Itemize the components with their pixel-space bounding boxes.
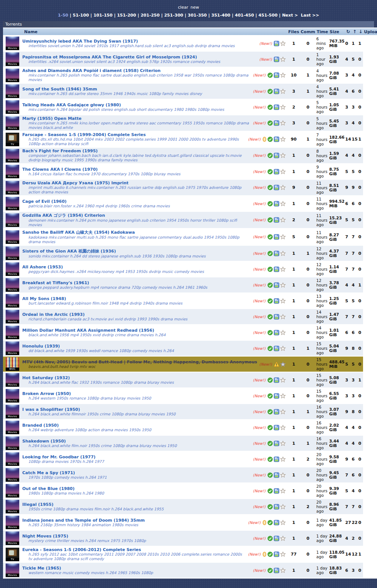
torrent-thumbnail[interactable]: Movies bbox=[6, 436, 19, 450]
page-link[interactable]: 451-500 bbox=[259, 13, 278, 18]
bookmark-star-icon[interactable] bbox=[280, 504, 286, 510]
bookmark-star-icon[interactable] bbox=[280, 57, 286, 62]
page-link[interactable]: 301-350 bbox=[188, 13, 207, 18]
torrent-thumbnail[interactable]: Movies bbox=[6, 516, 19, 529]
torrent-thumbnail[interactable]: Movies bbox=[6, 37, 19, 50]
bookmark-star-icon[interactable] bbox=[280, 568, 286, 573]
save-torrent-icon[interactable] bbox=[274, 104, 279, 110]
torrent-thumbnail[interactable]: Movies bbox=[6, 310, 19, 323]
column-header-comments[interactable]: Comm bbox=[300, 28, 316, 35]
save-torrent-icon[interactable] bbox=[274, 393, 279, 399]
save-torrent-icon[interactable] bbox=[274, 72, 279, 78]
torrent-thumbnail[interactable]: WOC bbox=[6, 357, 19, 371]
torrent-thumbnail[interactable]: Movies bbox=[6, 52, 19, 66]
bookmark-star-icon[interactable] bbox=[280, 282, 286, 288]
torrent-thumbnail[interactable]: Movies bbox=[6, 468, 19, 482]
bookmark-star-icon[interactable] bbox=[280, 488, 286, 494]
torrent-thumbnail[interactable]: Movies bbox=[6, 230, 19, 244]
next-page-link[interactable]: Next > bbox=[282, 13, 298, 18]
bookmark-star-icon[interactable] bbox=[280, 217, 286, 223]
torrent-thumbnail[interactable]: Movies bbox=[6, 326, 19, 339]
torrent-thumbnail[interactable]: Movies bbox=[6, 247, 19, 260]
save-torrent-icon[interactable] bbox=[274, 346, 279, 351]
torrent-title-link[interactable]: Out of the Blue (1980) bbox=[22, 486, 251, 491]
column-header-time[interactable]: Time bbox=[316, 28, 329, 35]
torrent-thumbnail[interactable]: TV bbox=[6, 548, 19, 561]
bookmark-star-icon[interactable] bbox=[280, 551, 286, 557]
bookmark-star-icon[interactable] bbox=[280, 201, 286, 207]
torrent-thumbnail[interactable]: Movies bbox=[6, 278, 19, 292]
torrent-thumbnail[interactable]: Movies bbox=[6, 564, 19, 577]
torrent-title-link[interactable]: Sisters of the Gion AKA 祇園の姉妹 (1936) bbox=[22, 248, 251, 254]
torrent-thumbnail[interactable]: Movies bbox=[6, 197, 19, 210]
save-torrent-icon[interactable] bbox=[274, 330, 279, 335]
save-torrent-icon[interactable] bbox=[274, 136, 279, 142]
bookmark-star-icon[interactable] bbox=[280, 472, 286, 478]
torrent-title-link[interactable]: Tickle Me (1965) bbox=[22, 566, 251, 571]
column-header-name[interactable]: Name bbox=[3, 28, 287, 35]
column-header-uploader[interactable]: Uploader bbox=[363, 28, 377, 35]
torrent-title-link[interactable]: Night Moves (1975) bbox=[22, 534, 251, 539]
page-link[interactable]: 51-100 bbox=[73, 13, 89, 18]
bookmark-star-icon[interactable] bbox=[280, 409, 286, 415]
torrent-thumbnail[interactable]: Movies bbox=[6, 500, 19, 513]
torrent-title-link[interactable]: The Clowns AKA I Clowns (1970) bbox=[22, 167, 251, 172]
torrent-thumbnail[interactable]: Movies bbox=[6, 531, 19, 545]
torrent-title-link[interactable]: Marty (1955) Open Matte bbox=[22, 116, 251, 121]
save-torrent-icon[interactable] bbox=[274, 169, 279, 175]
torrent-thumbnail[interactable]: Movies bbox=[6, 116, 19, 130]
torrent-title-link[interactable]: Honolulu (1939) bbox=[22, 344, 251, 349]
torrent-title-link[interactable]: Indiana Jones and the Temple of Doom (19… bbox=[22, 518, 246, 523]
bookmark-star-icon[interactable] bbox=[280, 120, 286, 126]
save-torrent-icon[interactable] bbox=[274, 456, 279, 462]
bookmark-star-icon[interactable] bbox=[280, 346, 286, 351]
bookmark-star-icon[interactable] bbox=[280, 41, 286, 46]
save-torrent-icon[interactable] bbox=[274, 568, 279, 573]
page-link[interactable]: 401-450 bbox=[235, 13, 254, 18]
save-torrent-icon[interactable] bbox=[274, 298, 279, 304]
save-torrent-icon[interactable] bbox=[274, 185, 279, 190]
torrent-title-link[interactable]: Million Dollar Manhunt AKA Assignment Re… bbox=[22, 328, 251, 333]
torrent-thumbnail[interactable]: Movies bbox=[6, 84, 19, 98]
page-link[interactable]: 201-250 bbox=[141, 13, 160, 18]
torrent-title-link[interactable]: Sansho the Bailiff AKA 山椒大夫 (1954) Kadok… bbox=[22, 230, 251, 235]
torrent-thumbnail[interactable]: Movies bbox=[6, 100, 19, 114]
torrent-thumbnail[interactable]: Movies bbox=[6, 452, 19, 466]
bookmark-star-icon[interactable] bbox=[280, 251, 286, 256]
torrent-title-link[interactable]: Eureka - Seasons 1-5 (2006-2012) Complet… bbox=[22, 547, 246, 552]
bookmark-star-icon[interactable] bbox=[280, 377, 286, 383]
bookmark-star-icon[interactable] bbox=[280, 136, 286, 142]
torrent-thumbnail[interactable]: Movies bbox=[6, 69, 19, 82]
torrent-thumbnail[interactable]: Movies bbox=[6, 484, 19, 498]
bookmark-star-icon[interactable] bbox=[280, 169, 286, 175]
save-torrent-icon[interactable] bbox=[274, 551, 279, 557]
torrent-title-link[interactable]: Ordeal in the Arctic (1993) bbox=[22, 312, 251, 317]
torrent-title-link[interactable]: Ashes and Diamonds AKA Popiół i diament … bbox=[22, 68, 251, 73]
save-torrent-icon[interactable] bbox=[274, 314, 279, 320]
save-torrent-icon[interactable] bbox=[274, 57, 279, 62]
torrent-title-link[interactable]: Catch Me a Spy (1971) bbox=[22, 470, 251, 475]
torrent-thumbnail[interactable]: Movies bbox=[6, 341, 19, 355]
save-torrent-icon[interactable] bbox=[274, 266, 279, 272]
bookmark-star-icon[interactable] bbox=[280, 298, 286, 304]
bookmark-star-icon[interactable] bbox=[280, 234, 286, 240]
save-torrent-icon[interactable] bbox=[274, 520, 279, 525]
torrent-title-link[interactable]: Dersu Uzala AKA Дерсу Узала (1975) Impri… bbox=[22, 181, 251, 185]
bookmark-star-icon[interactable] bbox=[280, 330, 286, 335]
page-link[interactable]: 251-300 bbox=[164, 13, 183, 18]
save-torrent-icon[interactable] bbox=[274, 425, 279, 430]
bookmark-star-icon[interactable] bbox=[280, 441, 286, 446]
bookmark-star-icon[interactable] bbox=[280, 425, 286, 430]
save-torrent-icon[interactable] bbox=[274, 536, 279, 541]
last-page-link[interactable]: Last >> bbox=[301, 13, 319, 18]
torrent-title-link[interactable]: Song of the South (1946) 35mm bbox=[22, 87, 251, 92]
torrent-thumbnail[interactable]: Movies bbox=[6, 262, 19, 276]
bookmark-star-icon[interactable] bbox=[280, 266, 286, 272]
leechers-sort-icon[interactable]: ↓ bbox=[358, 28, 363, 35]
torrent-title-link[interactable]: Bach's Fight for Freedom (1995) bbox=[22, 149, 251, 153]
save-torrent-icon[interactable] bbox=[274, 251, 279, 256]
torrent-title-link[interactable]: Illegal (1955) bbox=[22, 502, 251, 507]
save-torrent-icon[interactable] bbox=[274, 377, 279, 383]
torrent-title-link[interactable]: I was a Shoplifter (1950) bbox=[22, 407, 251, 412]
torrent-title-link[interactable]: Godzilla AKA ゴジラ (1954) Criterion bbox=[22, 213, 251, 218]
